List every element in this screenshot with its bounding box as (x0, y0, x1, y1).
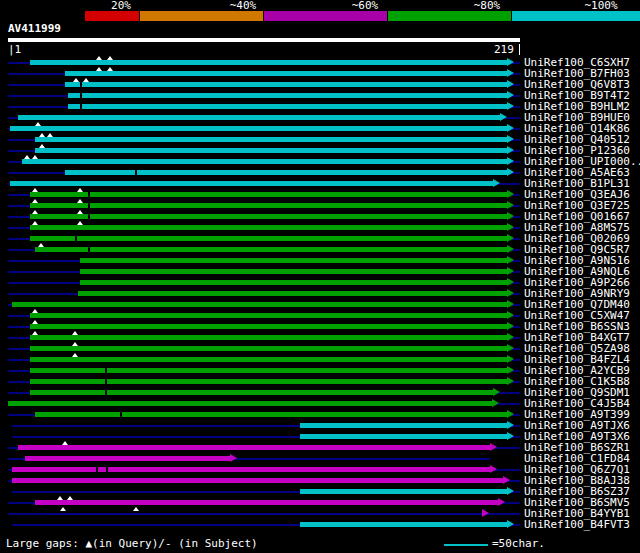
hit-bar[interactable] (22, 159, 507, 164)
hit-bar[interactable] (30, 203, 507, 208)
hit-bar[interactable] (30, 60, 507, 65)
hit-bar[interactable] (30, 357, 507, 362)
alignment-row[interactable] (8, 211, 520, 222)
ruler-end-label: 219 (494, 44, 514, 55)
hit-bar[interactable] (30, 390, 493, 395)
alignment-row[interactable] (8, 156, 520, 167)
alignment-row[interactable] (8, 332, 520, 343)
hit-bar[interactable] (68, 93, 507, 98)
alignment-row[interactable] (8, 101, 520, 112)
alignment-row[interactable] (8, 178, 520, 189)
hit-bar[interactable] (35, 500, 498, 505)
hit-label[interactable]: UniRef100_B4FVT3 (524, 519, 630, 530)
alignment-row[interactable] (8, 299, 520, 310)
alignment-row[interactable] (8, 321, 520, 332)
alignment-row[interactable] (8, 475, 520, 486)
subject-gap-marker-icon (135, 170, 137, 175)
hit-bar[interactable] (35, 247, 507, 252)
alignment-row[interactable] (8, 222, 520, 233)
alignment-row[interactable] (8, 189, 520, 200)
alignment-row[interactable] (8, 90, 520, 101)
hit-bar[interactable] (30, 379, 507, 384)
query-gap-marker-icon (62, 441, 68, 445)
query-gap-marker-icon (24, 155, 30, 159)
hit-bar[interactable] (30, 346, 507, 351)
hit-bar[interactable] (80, 280, 507, 285)
alignment-row[interactable] (8, 497, 520, 508)
hit-bar[interactable] (300, 434, 507, 439)
alignment-row[interactable] (8, 420, 520, 431)
hit-bar[interactable] (30, 214, 507, 219)
alignment-row[interactable] (8, 431, 520, 442)
alignment-row[interactable] (8, 486, 520, 497)
hit-bar[interactable] (35, 137, 507, 142)
hit-bar[interactable] (35, 148, 507, 153)
hit-bar[interactable] (35, 412, 507, 417)
alignment-row[interactable] (8, 123, 520, 134)
alignment-row[interactable] (8, 200, 520, 211)
alignment-row[interactable] (8, 255, 520, 266)
hit-bar[interactable] (12, 302, 507, 307)
hit-label-column: UniRef100_C6SXH7UniRef100_B7FH03UniRef10… (524, 57, 640, 533)
alignment-row[interactable] (8, 398, 520, 409)
alignment-row[interactable] (8, 409, 520, 420)
hit-bar[interactable] (65, 170, 507, 175)
alignment-row[interactable] (8, 310, 520, 321)
hit-bar[interactable] (300, 489, 507, 494)
hit-bar[interactable] (30, 225, 507, 230)
hit-bar[interactable] (12, 478, 503, 483)
alignment-row[interactable] (8, 57, 520, 68)
hit-bar[interactable] (30, 324, 507, 329)
hit-bar[interactable] (18, 115, 500, 120)
hit-bar[interactable] (8, 401, 492, 406)
query-gap-marker-icon (77, 188, 83, 192)
alignment-row[interactable] (8, 343, 520, 354)
alignment-row[interactable] (8, 167, 520, 178)
hit-arrowhead-icon (507, 355, 514, 363)
hit-bar[interactable] (65, 82, 507, 87)
hit-bar[interactable] (65, 71, 507, 76)
hit-bar[interactable] (12, 467, 490, 472)
alignment-row[interactable] (8, 354, 520, 365)
hit-bar[interactable] (30, 313, 507, 318)
alignment-row[interactable] (8, 453, 520, 464)
alignment-row[interactable] (8, 519, 520, 530)
hit-bar[interactable] (80, 258, 507, 263)
hit-bar[interactable] (300, 423, 507, 428)
hit-bar[interactable] (30, 192, 507, 197)
alignment-row[interactable] (8, 244, 520, 255)
hit-bar[interactable] (18, 445, 490, 450)
scale-legend-line (444, 544, 488, 546)
alignment-row[interactable] (8, 365, 520, 376)
alignment-row[interactable] (8, 376, 520, 387)
hit-arrowhead-icon (507, 377, 514, 385)
hit-bar[interactable] (80, 269, 507, 274)
alignment-row[interactable] (8, 145, 520, 156)
hit-bar[interactable] (30, 236, 507, 241)
hit-bar[interactable] (300, 522, 507, 527)
hit-bar[interactable] (55, 513, 482, 515)
hit-bar[interactable] (68, 104, 507, 109)
hit-arrowhead-icon (503, 476, 510, 484)
hit-bar[interactable] (10, 181, 493, 186)
hit-bar[interactable] (78, 291, 507, 296)
alignment-row[interactable] (8, 464, 520, 475)
query-gap-marker-icon (133, 507, 139, 511)
alignment-row[interactable] (8, 233, 520, 244)
hit-bar[interactable] (30, 335, 507, 340)
scale-segment (140, 11, 263, 21)
alignment-row[interactable] (8, 288, 520, 299)
hit-bar[interactable] (30, 368, 507, 373)
alignment-row[interactable] (8, 79, 520, 90)
hit-bar[interactable] (10, 126, 507, 131)
alignment-row[interactable] (8, 277, 520, 288)
alignment-row[interactable] (8, 442, 520, 453)
alignment-row[interactable] (8, 387, 520, 398)
alignment-row[interactable] (8, 134, 520, 145)
alignment-row[interactable] (8, 266, 520, 277)
query-gap-marker-icon (107, 67, 113, 71)
alignment-row[interactable] (8, 508, 520, 519)
hit-arrowhead-icon (507, 410, 514, 418)
alignment-row[interactable] (8, 112, 520, 123)
hit-bar[interactable] (25, 456, 230, 461)
